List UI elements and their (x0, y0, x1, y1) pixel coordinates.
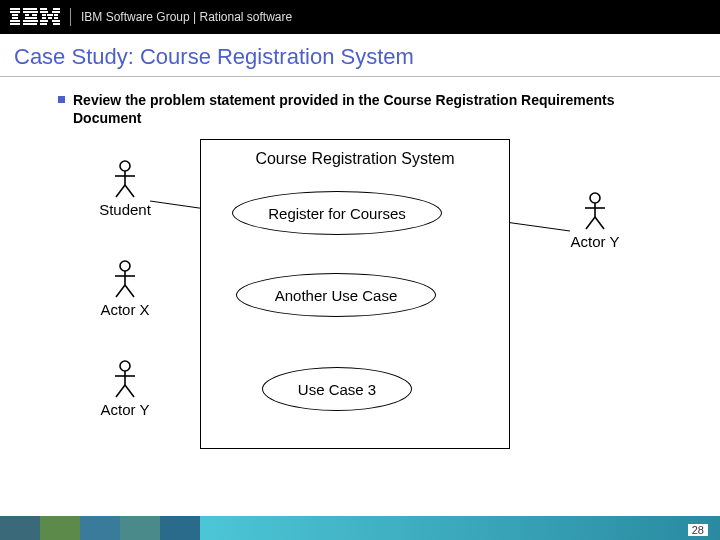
bullet-icon (58, 96, 65, 103)
slide-title: Case Study: Course Registration System (14, 44, 706, 70)
svg-rect-21 (48, 17, 52, 19)
svg-rect-16 (52, 11, 60, 13)
svg-rect-1 (10, 11, 20, 13)
actor-label: Actor Y (80, 401, 170, 418)
svg-rect-13 (40, 8, 47, 10)
ibm-logo-icon (10, 8, 60, 26)
svg-rect-22 (54, 17, 58, 19)
footer-strip (120, 516, 160, 540)
footer-strip (0, 516, 40, 540)
footer-strip (40, 516, 80, 540)
svg-rect-12 (23, 23, 37, 25)
usecase-label: Use Case 3 (298, 381, 376, 398)
svg-rect-0 (10, 8, 20, 10)
usecase-another: Another Use Case (236, 273, 436, 317)
svg-rect-4 (10, 20, 20, 22)
svg-rect-7 (23, 11, 38, 13)
svg-rect-6 (23, 8, 37, 10)
actor-y-right: Actor Y (550, 191, 640, 250)
svg-rect-19 (54, 14, 58, 16)
usecase-label: Register for Courses (268, 205, 406, 222)
header-bar: IBM Software Group | Rational software (0, 0, 720, 34)
svg-line-38 (125, 285, 134, 297)
svg-rect-26 (53, 23, 60, 25)
page-number: 28 (688, 524, 708, 536)
actor-icon (111, 259, 139, 299)
actor-icon (111, 159, 139, 199)
svg-line-42 (116, 385, 125, 397)
footer-bar (0, 516, 720, 540)
svg-rect-25 (40, 23, 47, 25)
svg-line-33 (125, 185, 134, 197)
svg-point-44 (590, 193, 600, 203)
svg-line-43 (125, 385, 134, 397)
footer-strip (160, 516, 200, 540)
actor-x: Actor X (80, 259, 170, 318)
actor-icon (581, 191, 609, 231)
svg-point-29 (120, 161, 130, 171)
svg-rect-9 (32, 14, 37, 16)
slide-body: Review the problem statement provided in… (0, 77, 720, 507)
usecase-register-for-courses: Register for Courses (232, 191, 442, 235)
usecase-3: Use Case 3 (262, 367, 412, 411)
system-title: Course Registration System (201, 140, 509, 176)
header-text: IBM Software Group | Rational software (81, 10, 292, 24)
actor-label: Actor Y (550, 233, 640, 250)
svg-rect-3 (12, 17, 18, 19)
svg-rect-5 (10, 23, 20, 25)
actor-student: Student (80, 159, 170, 218)
svg-rect-14 (53, 8, 60, 10)
svg-rect-2 (12, 14, 18, 16)
svg-line-37 (116, 285, 125, 297)
svg-rect-15 (40, 11, 48, 13)
svg-line-47 (586, 217, 595, 229)
usecase-diagram: Course Registration System Register for … (0, 139, 720, 519)
svg-rect-23 (40, 20, 48, 22)
header-divider (70, 8, 71, 26)
svg-line-32 (116, 185, 125, 197)
svg-rect-11 (23, 20, 38, 22)
svg-rect-24 (52, 20, 60, 22)
svg-point-34 (120, 261, 130, 271)
actor-y-left: Actor Y (80, 359, 170, 418)
svg-rect-17 (42, 14, 46, 16)
svg-rect-10 (25, 17, 37, 19)
bullet-item: Review the problem statement provided in… (58, 91, 676, 127)
actor-label: Actor X (80, 301, 170, 318)
actor-icon (111, 359, 139, 399)
usecase-label: Another Use Case (275, 287, 398, 304)
svg-point-39 (120, 361, 130, 371)
svg-rect-20 (42, 17, 46, 19)
title-bar: Case Study: Course Registration System (0, 34, 720, 77)
actor-label: Student (80, 201, 170, 218)
footer-fill (200, 516, 720, 540)
svg-rect-8 (25, 14, 29, 16)
svg-line-48 (595, 217, 604, 229)
svg-rect-18 (47, 14, 53, 16)
bullet-text: Review the problem statement provided in… (73, 91, 676, 127)
footer-strip (80, 516, 120, 540)
